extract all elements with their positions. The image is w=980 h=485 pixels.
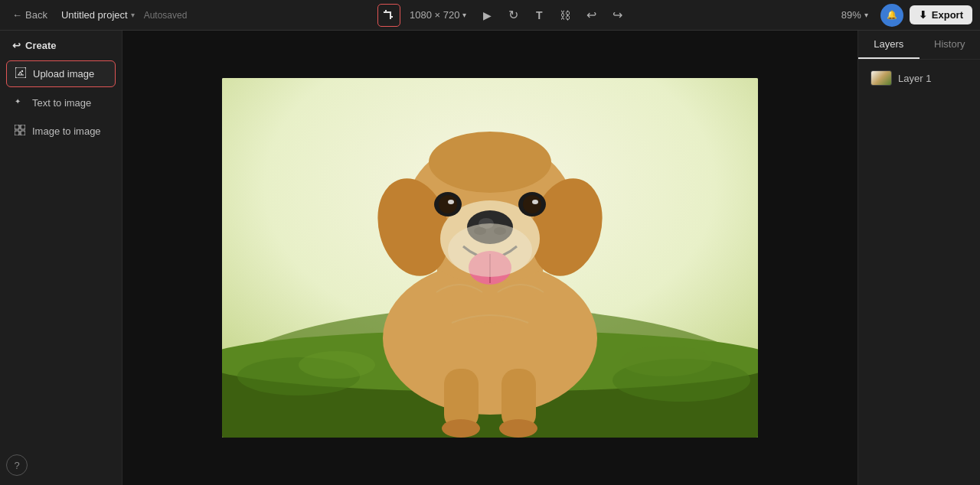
right-panel-tabs: Layers History <box>858 31 980 60</box>
svg-rect-5 <box>15 131 19 135</box>
sidebar-header: ↩ Create <box>6 37 116 57</box>
zoom-value: 89% <box>841 9 861 21</box>
export-button[interactable]: ⬇ Export <box>910 5 972 24</box>
svg-point-34 <box>442 419 480 438</box>
project-title: Untitled project <box>61 9 128 21</box>
play-button[interactable]: ▶ <box>475 4 498 27</box>
svg-rect-3 <box>15 125 19 129</box>
svg-point-26 <box>439 195 457 213</box>
help-icon: ? <box>14 460 19 471</box>
text-icon: T <box>536 9 543 21</box>
link-icon: ⛓ <box>560 9 570 21</box>
sidebar: ↩ Create Upload image ✦ Text to image <box>0 31 122 485</box>
dimension-value: 1080 × 720 <box>410 9 459 21</box>
layer-label: Layer 1 <box>898 73 931 84</box>
sidebar-item-upload-label: Upload image <box>33 68 94 80</box>
back-button[interactable]: ← Back <box>8 8 52 22</box>
refresh-icon: ↻ <box>508 8 518 22</box>
project-name-button[interactable]: Untitled project ▾ <box>57 8 139 22</box>
sidebar-item-text-to-image[interactable]: ✦ Text to image <box>6 90 116 116</box>
undo-button[interactable]: ↩ <box>580 4 603 27</box>
upload-image-icon <box>15 67 27 80</box>
svg-point-35 <box>499 419 537 438</box>
text-to-image-icon: ✦ <box>14 96 26 109</box>
sidebar-item-text-to-image-label: Text to image <box>32 97 91 109</box>
dimension-selector[interactable]: 1080 × 720 ▾ <box>403 8 472 22</box>
svg-point-27 <box>448 200 454 204</box>
canvas-image <box>222 78 758 438</box>
tab-history[interactable]: History <box>920 31 981 59</box>
crop-tool-button[interactable] <box>377 4 400 27</box>
topbar-center: 1080 × 720 ▾ ▶ ↻ T ⛓ ↩ ↪ <box>193 4 813 27</box>
chevron-down-icon: ▾ <box>131 11 135 19</box>
svg-point-30 <box>532 200 538 204</box>
zoom-chevron-icon: ▾ <box>864 11 868 19</box>
redo-button[interactable]: ↪ <box>606 4 629 27</box>
topbar-left: ← Back Untitled project ▾ Autosaved <box>8 8 187 22</box>
redo-icon: ↪ <box>612 8 622 22</box>
svg-point-38 <box>620 346 712 376</box>
svg-rect-6 <box>21 131 25 135</box>
zoom-selector[interactable]: 89% ▾ <box>835 8 874 22</box>
image-to-image-icon <box>14 125 26 138</box>
export-icon: ⬇ <box>919 9 927 21</box>
help-button[interactable]: ? <box>6 454 28 476</box>
create-arrow-icon: ↩ <box>12 40 21 51</box>
sidebar-item-image-to-image[interactable]: Image to image <box>6 119 116 144</box>
main-content: ↩ Create Upload image ✦ Text to image <box>0 31 980 485</box>
topbar: ← Back Untitled project ▾ Autosaved 1080… <box>0 0 980 31</box>
svg-point-1 <box>21 70 23 72</box>
svg-text:✦: ✦ <box>15 97 21 106</box>
dimension-chevron-icon: ▾ <box>462 11 466 19</box>
canvas-area[interactable] <box>122 31 858 485</box>
refresh-button[interactable]: ↻ <box>501 4 524 27</box>
svg-point-29 <box>523 195 541 213</box>
layers-panel: Layer 1 <box>858 60 980 96</box>
play-icon: ▶ <box>483 9 492 21</box>
export-label: Export <box>932 9 963 21</box>
tab-layers-label: Layers <box>874 38 903 50</box>
create-label: Create <box>25 40 56 51</box>
link-button[interactable]: ⛓ <box>554 4 577 27</box>
layer-thumbnail <box>871 70 892 86</box>
svg-point-39 <box>299 351 375 379</box>
svg-rect-4 <box>21 125 25 129</box>
tab-layers[interactable]: Layers <box>858 31 920 59</box>
back-label: Back <box>25 9 47 21</box>
svg-point-31 <box>429 132 551 193</box>
dog-svg <box>222 78 758 438</box>
sidebar-item-image-to-image-label: Image to image <box>32 125 101 137</box>
notification-icon: 🔔 <box>887 10 897 20</box>
crop-icon <box>384 10 394 21</box>
undo-icon: ↩ <box>586 8 596 22</box>
back-arrow-icon: ← <box>12 9 22 21</box>
right-panel: Layers History Layer 1 <box>858 31 980 485</box>
topbar-right: 89% ▾ 🔔 0 ⬇ Export <box>819 4 972 27</box>
notification-button[interactable]: 🔔 0 <box>880 4 903 27</box>
autosaved-label: Autosaved <box>144 10 188 21</box>
text-button[interactable]: T <box>528 4 550 27</box>
svg-point-24 <box>448 223 532 277</box>
list-item[interactable]: Layer 1 <box>864 66 974 90</box>
tab-history-label: History <box>934 38 965 50</box>
sidebar-spacer <box>6 147 116 451</box>
sidebar-item-upload-image[interactable]: Upload image <box>6 60 116 87</box>
